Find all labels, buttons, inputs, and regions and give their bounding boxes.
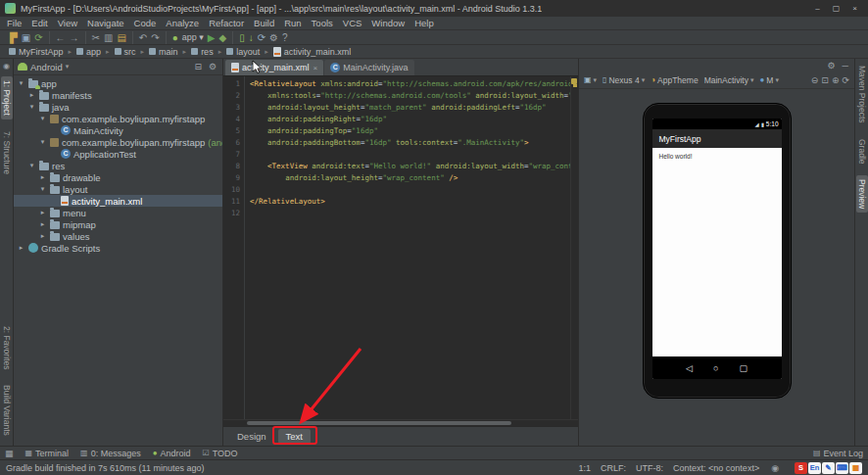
collapse-all-icon[interactable]: ⊟ — [192, 62, 204, 71]
copy-icon[interactable]: ▥ — [104, 31, 113, 44]
code-line-12[interactable] — [250, 208, 570, 219]
back-arrow-icon[interactable]: ← — [56, 31, 66, 44]
zoom-out-icon[interactable]: ⊖ — [811, 75, 819, 85]
code-line-8[interactable]: <TextView android:text="Hello world!" an… — [250, 161, 570, 172]
tree-item-drawable[interactable]: ▸drawable — [14, 171, 222, 183]
back-icon[interactable]: ◁ — [686, 363, 693, 373]
avd-manager-icon[interactable]: ▯ — [239, 31, 245, 44]
inspections-profile-icon[interactable]: ◉ — [769, 463, 781, 473]
toolwindow-button-gradle[interactable]: Gradle — [856, 135, 868, 168]
run-icon[interactable]: ▶ — [208, 31, 216, 44]
chevron-collapsed-icon[interactable]: ▸ — [38, 173, 47, 181]
code-line-7[interactable] — [250, 149, 570, 161]
breadcrumb-item-app[interactable]: app — [73, 47, 104, 57]
chevron-collapsed-icon[interactable]: ▸ — [38, 232, 47, 240]
chevron-collapsed-icon[interactable]: ▸ — [17, 244, 25, 252]
toolwindow-switcher-icon[interactable]: ▦ — [5, 449, 14, 458]
chevron-collapsed-icon[interactable]: ▸ — [38, 220, 47, 228]
toolwindow-todo[interactable]: ☑TODO — [203, 449, 238, 458]
tree-item-com-example-boyliupan-myfirstapp[interactable]: ▾com.example.boyliupan.myfirstapp (andro… — [14, 136, 222, 148]
chevron-expanded-icon[interactable]: ▾ — [27, 103, 36, 111]
scrollbar-thumb[interactable] — [247, 421, 511, 425]
hide-panel-icon[interactable]: ─ — [841, 61, 850, 71]
maximize-button[interactable]: ▢ — [828, 4, 844, 13]
vertical-scrollbar[interactable] — [570, 76, 578, 419]
recents-icon[interactable]: ▢ — [739, 363, 747, 373]
gear-icon[interactable]: ⚙ — [207, 62, 218, 71]
encoding-indicator[interactable]: UTF-8: — [636, 463, 663, 473]
zoom-actual-icon[interactable]: ⊡ — [821, 75, 829, 85]
ime-keyboard-icon[interactable]: ⌨ — [836, 462, 848, 474]
menu-view[interactable]: View — [53, 18, 82, 28]
code-line-10[interactable] — [250, 184, 570, 196]
close-icon[interactable]: × — [313, 64, 318, 72]
toolwindow-terminal[interactable]: ▦Terminal — [25, 449, 70, 458]
tree-item-com-example-boyliupan-myfirstapp[interactable]: ▾com.example.boyliupan.myfirstapp — [14, 113, 222, 124]
code-line-4[interactable]: android:paddingRight="16dp" — [250, 114, 570, 125]
minimize-button[interactable]: – — [809, 4, 826, 13]
toolwindow-button-maven-projects[interactable]: Maven Projects — [856, 62, 868, 127]
tree-item-values[interactable]: ▸values — [14, 230, 222, 242]
menu-run[interactable]: Run — [279, 18, 306, 28]
ime-handwriting-icon[interactable]: ✎ — [822, 462, 835, 474]
run-config-android-icon[interactable]: ● — [172, 31, 178, 44]
preview-gear-icon[interactable]: ⚙ — [826, 61, 838, 71]
forward-arrow-icon[interactable]: → — [70, 31, 79, 44]
chevron-expanded-icon[interactable]: ▾ — [38, 185, 47, 193]
configuration-selector[interactable]: ▣ ▾ — [584, 75, 597, 84]
tree-item-java[interactable]: ▾java — [14, 101, 222, 113]
menu-analyze[interactable]: Analyze — [161, 18, 204, 28]
code-line-1[interactable]: <RelativeLayout xmlns:android="http://sc… — [250, 78, 570, 90]
gradle-sync-icon[interactable]: ⟳ — [258, 31, 265, 44]
refresh-icon[interactable]: ⟳ — [842, 75, 849, 85]
api-level-selector[interactable]: ● M ▾ — [759, 75, 778, 85]
paste-icon[interactable]: ▤ — [117, 31, 125, 44]
tree-item-mipmap[interactable]: ▸mipmap — [14, 218, 222, 230]
tree-item-manifests[interactable]: ▸manifests — [14, 89, 222, 101]
toolwindow-messages[interactable]: ▥0: Messages — [80, 449, 141, 458]
open-icon[interactable]: ▛ — [10, 31, 18, 44]
breadcrumb-item-res[interactable]: res — [188, 47, 217, 57]
home-icon[interactable]: ○ — [713, 363, 718, 373]
toolwindow-button-2-favorites[interactable]: 2: Favorites — [1, 322, 13, 373]
chevron-expanded-icon[interactable]: ▾ — [17, 79, 25, 87]
menu-edit[interactable]: Edit — [26, 18, 52, 28]
tree-item-applicationtest[interactable]: CApplicationTest — [14, 148, 222, 160]
context-indicator[interactable]: Context: <no context> — [673, 463, 759, 473]
tree-item-app[interactable]: ▾app — [14, 77, 222, 89]
toolwindow-button-7-structure[interactable]: 7: Structure — [1, 127, 13, 178]
menu-help[interactable]: Help — [410, 18, 439, 28]
close-button[interactable]: × — [846, 4, 863, 13]
menu-vcs[interactable]: VCS — [338, 18, 367, 28]
captures-icon[interactable]: ◉ — [3, 59, 10, 76]
undo-icon[interactable]: ↶ — [139, 31, 147, 44]
designer-tab-text[interactable]: Text — [278, 429, 311, 444]
save-all-icon[interactable]: ▣ — [22, 31, 30, 44]
chevron-collapsed-icon[interactable]: ▸ — [38, 209, 47, 216]
cut-icon[interactable]: ✂ — [92, 31, 100, 44]
code-line-2[interactable]: xmlns:tools="http://schemas.android.com/… — [250, 90, 570, 102]
sdk-manager-icon[interactable]: ↓ — [249, 31, 254, 44]
menu-code[interactable]: Code — [129, 18, 162, 28]
tree-item-activity-main-xml[interactable]: activity_main.xml — [14, 195, 222, 207]
menu-window[interactable]: Window — [366, 18, 410, 28]
editor-tab-activity-main-xml[interactable]: activity_main.xml× — [225, 60, 323, 75]
toolwindow-event-log[interactable]: ▤Event Log — [813, 449, 863, 458]
settings-icon[interactable]: ⚙ — [269, 31, 278, 44]
redo-icon[interactable]: ↷ — [151, 31, 159, 44]
activity-selector[interactable]: MainActivity ▾ — [704, 75, 754, 85]
caret-position[interactable]: 1:1 — [579, 463, 592, 473]
toolwindow-button-1-project[interactable]: 1: Project — [1, 76, 13, 119]
breadcrumb-item-activity-main-xml[interactable]: activity_main.xml — [270, 47, 355, 57]
menu-refactor[interactable]: Refactor — [204, 18, 249, 28]
ime-logo-icon[interactable]: S — [795, 462, 807, 474]
code-line-5[interactable]: android:paddingTop="16dp" — [250, 125, 570, 137]
menu-build[interactable]: Build — [249, 18, 279, 28]
breadcrumb-item-myfirstapp[interactable]: MyFirstApp — [6, 47, 67, 57]
status-message[interactable]: Gradle build finished in 7s 610ms (11 mi… — [6, 463, 204, 473]
help-icon[interactable]: ? — [282, 31, 288, 44]
code-line-11[interactable]: </RelativeLayout> — [250, 196, 570, 208]
tree-item-res[interactable]: ▾res — [14, 160, 222, 171]
project-view-selector[interactable]: Android — [30, 62, 63, 72]
run-configuration-selector[interactable]: app ▾ — [182, 31, 204, 44]
